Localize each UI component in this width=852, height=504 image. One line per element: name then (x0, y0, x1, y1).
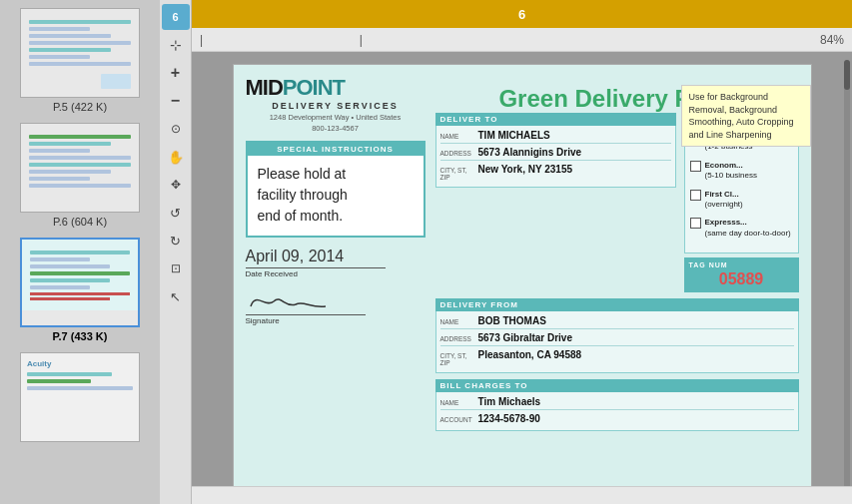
scrollbar-thumb[interactable] (844, 60, 850, 90)
service-economy: Econom... (5-10 business (690, 161, 793, 182)
deliver-address-label: ADDRESS (440, 150, 478, 157)
thumbnail-p7[interactable]: P.7 (433 K) (20, 238, 140, 342)
date-handwritten: April 09, 2014 (246, 248, 426, 265)
from-address-label: ADDRESS (440, 335, 478, 342)
from-city-value: Pleasanton, CA 94588 (478, 349, 582, 360)
from-city-label: CITY, ST, ZIP (440, 352, 478, 366)
economy-label: Econom... (5-10 business (705, 161, 757, 182)
move-tool-button[interactable]: ✥ (162, 172, 190, 198)
service-express: Expresss... (same day door-to-door) (690, 218, 793, 239)
hand-tool-button[interactable]: ✋ (162, 144, 190, 170)
address-line1: 1248 Development Way • United States (246, 113, 426, 122)
thumb-image-p7 (20, 238, 140, 327)
rotate-right-button[interactable]: ↻ (162, 228, 190, 253)
delivery-from-header: DELIVERY FROM (435, 298, 799, 311)
zoom-in-button[interactable]: + (162, 60, 190, 86)
thumbnail-p6[interactable]: P.6 (604 K) (20, 123, 140, 228)
document-area[interactable]: Use for Background Removal, Background S… (192, 52, 852, 486)
deliver-to-header: DELIVER TO (435, 113, 676, 126)
doc-left-panel: MIDPOINT DELIVERY SERVICES 1248 Developm… (246, 77, 426, 325)
instructions-line3: end of month. (258, 208, 344, 224)
thumbnail-acuity[interactable]: Acuity (20, 352, 140, 442)
bill-charges-row: BILL CHARGES TO NAME Tim Michaels ACCOUN… (435, 379, 799, 431)
service-first-class: First Cl... (overnight) (690, 190, 793, 211)
midpoint-logo: MIDPOINT DELIVERY SERVICES 1248 Developm… (246, 77, 426, 133)
signature-svg (246, 286, 336, 314)
date-sig-area: April 09, 2014 Date Received Signature (246, 248, 426, 325)
economy-checkbox (690, 161, 701, 172)
page-number-badge: 6 (162, 4, 190, 30)
scrollbar-track[interactable] (844, 60, 850, 486)
sig-label: Signature (246, 314, 366, 325)
bill-name-value: Tim Michaels (478, 396, 541, 407)
logo-text: MIDPOINT (246, 77, 426, 99)
deliver-address-value: 5673 Alannigins Drive (478, 147, 582, 158)
thumbnail-panel: P.5 (422 K) P.6 (604 K) (0, 0, 160, 504)
delivery-document: Use for Background Removal, Background S… (233, 64, 812, 486)
bill-name-label: NAME (440, 399, 478, 406)
zoom-out-button[interactable]: − (162, 88, 190, 114)
express-label: Expresss... (same day door-to-door) (705, 218, 791, 239)
main-area: 6 | | 84% Use for Background Removal, Ba… (192, 0, 852, 504)
tag-number-section: TAG NUM 05889 (684, 257, 799, 292)
special-instructions-section: SPECIAL INSTRUCTIONS Please hold at faci… (246, 141, 426, 238)
first-class-label: First Cl... (overnight) (705, 190, 743, 211)
thumb-label-p5: P.5 (422 K) (53, 101, 107, 113)
from-name-value: BOB THOMAS (478, 315, 546, 326)
deliver-to-body: NAME TIM MICHAELS ADDRESS 5673 Alannigin… (435, 126, 676, 188)
delivery-from-section: DELIVERY FROM NAME BOB THOMAS ADDRESS 56… (435, 298, 799, 373)
delivery-from-row: DELIVERY FROM NAME BOB THOMAS ADDRESS 56… (435, 298, 799, 373)
deliver-name-label: NAME (440, 133, 478, 140)
logo-mid: MID (246, 75, 283, 100)
thumb-image-p5 (20, 8, 140, 98)
instructions-line1: Please hold at (258, 166, 347, 182)
zoom-fit-button[interactable]: ⊙ (162, 116, 190, 142)
instructions-header: SPECIAL INSTRUCTIONS (248, 143, 424, 156)
phone-number: 800-123-4567 (246, 124, 426, 133)
select-tool-button[interactable]: ⊹ (162, 32, 190, 58)
express-checkbox (690, 218, 701, 229)
signature-handwritten (246, 286, 426, 314)
toolbar-panel: 6 ⊹ + − ⊙ ✋ ✥ ↺ ↻ ⊡ ↖ (160, 0, 192, 504)
bill-name-row: NAME Tim Michaels (440, 396, 794, 410)
bill-charges-body: NAME Tim Michaels ACCOUNT 1234-5678-90 (435, 392, 799, 431)
instructions-body: Please hold at facility through end of m… (248, 156, 424, 236)
bill-account-label: ACCOUNT (440, 416, 478, 423)
deliver-name-row: NAME TIM MICHAELS (440, 130, 671, 144)
instructions-line2: facility through (258, 187, 348, 203)
logo-point: POINT (283, 75, 345, 100)
deliver-name-value: TIM MICHAELS (478, 130, 550, 141)
top-bar: 6 (192, 0, 852, 28)
rotate-left-button[interactable]: ↺ (162, 200, 190, 226)
deliver-city-value: New York, NY 23155 (478, 164, 573, 175)
deliver-to-section: DELIVER TO NAME TIM MICHAELS ADDRESS 567… (435, 113, 676, 292)
first-class-checkbox (690, 190, 701, 201)
thumbnail-p5[interactable]: P.5 (422 K) (20, 8, 140, 113)
ruler-indicator: | | (200, 33, 816, 47)
page-number-display: 6 (518, 7, 525, 22)
thumb-image-acuity: Acuity (20, 352, 140, 442)
thumb-label-p6: P.6 (604 K) (53, 216, 107, 228)
from-name-label: NAME (440, 318, 478, 325)
tooltip-box: Use for Background Removal, Background S… (681, 85, 811, 147)
bottom-bar (192, 486, 852, 504)
bill-charges-section: BILL CHARGES TO NAME Tim Michaels ACCOUN… (435, 379, 799, 431)
bill-account-row: ACCOUNT 1234-5678-90 (440, 413, 794, 426)
bill-account-value: 1234-5678-90 (478, 413, 540, 424)
from-city-row: CITY, ST, ZIP Pleasanton, CA 94588 (440, 349, 794, 368)
deliver-city-row: CITY, ST, ZIP New York, NY 23155 (440, 164, 671, 183)
thumb-label-p7: P.7 (433 K) (53, 330, 108, 342)
tag-number-label: TAG NUM (689, 261, 794, 268)
tooltip-text: Use for Background Removal, Background S… (689, 92, 794, 140)
from-address-row: ADDRESS 5673 Gibraltar Drive (440, 332, 794, 346)
deliver-address-row: ADDRESS 5673 Alannigins Drive (440, 147, 671, 161)
cursor-tool-button[interactable]: ↖ (162, 283, 190, 309)
from-name-row: NAME BOB THOMAS (440, 315, 794, 329)
crop-tool-button[interactable]: ⊡ (162, 255, 190, 281)
zoom-level: 84% (820, 33, 844, 47)
bill-charges-header: BILL CHARGES TO (435, 379, 799, 392)
tag-number-value: 05889 (689, 270, 794, 288)
delivery-from-body: NAME BOB THOMAS ADDRESS 5673 Gibraltar D… (435, 311, 799, 373)
from-address-value: 5673 Gibraltar Drive (478, 332, 573, 343)
delivery-services-text: DELIVERY SERVICES (246, 101, 426, 111)
